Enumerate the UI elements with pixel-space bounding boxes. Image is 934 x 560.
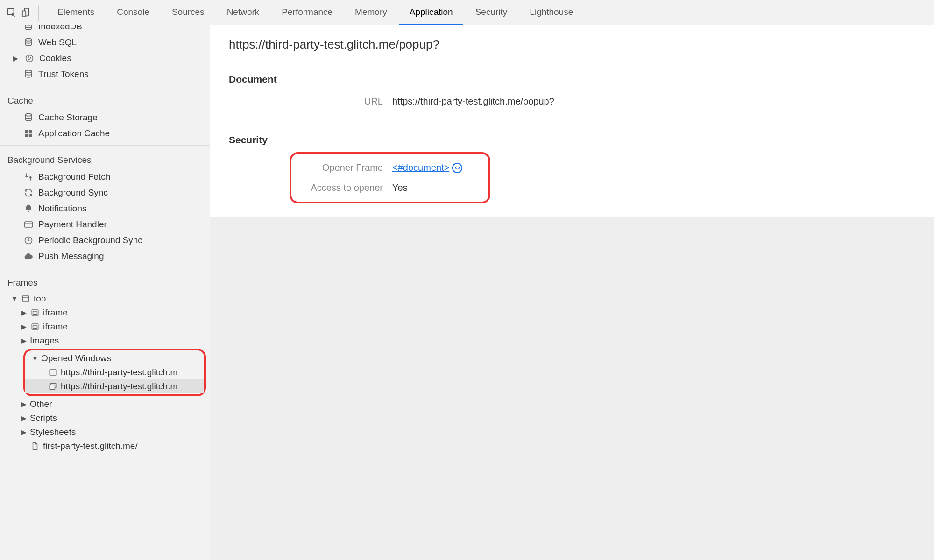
tree-row-stylesheets[interactable]: ▶ Stylesheets [9,425,210,439]
tree-label: Scripts [30,413,57,423]
section-frames: Frames [0,272,210,292]
tree-row-other[interactable]: ▶ Other [9,397,210,411]
tree-label: https://third-party-test.glitch.m [61,367,177,378]
tree-label: Opened Windows [41,353,111,364]
sidebar-item-push-messaging[interactable]: Push Messaging [0,248,210,264]
expand-arrow-icon: ▶ [21,309,27,316]
file-icon [30,441,40,451]
svg-point-7 [30,57,31,58]
tree-row-file[interactable]: first-party-test.glitch.me/ [9,439,210,453]
tree-label: Other [30,399,52,409]
frames-tree: ▼ top ▶ iframe ▶ iframe ▶ Images ▼ [0,292,210,453]
sidebar-item-label: Background Fetch [38,172,110,182]
tree-label: Stylesheets [30,427,76,437]
tree-label: first-party-test.glitch.me/ [43,441,138,451]
tab-icons [7,5,39,21]
kv-key-opener-frame: Opener Frame [294,162,383,173]
window-icon [21,294,31,304]
tree-row-window[interactable]: https://third-party-test.glitch.m [25,365,204,379]
sidebar-item-label: Trust Tokens [38,69,89,79]
tree-row-top[interactable]: ▼ top [9,292,210,306]
clock-icon [23,235,34,245]
tree-row-images[interactable]: ▶ Images [9,334,210,348]
inspect-icon[interactable] [7,7,17,18]
credit-card-icon [23,219,34,230]
sidebar-item-cookies[interactable]: ▶ Cookies [0,50,210,66]
database-icon [23,25,34,32]
sidebar-item-notifications[interactable]: Notifications [0,201,210,217]
database-icon [23,69,34,79]
svg-rect-2 [22,11,26,17]
sidebar-item-label: Push Messaging [38,251,104,261]
expand-arrow-icon: ▶ [21,400,27,408]
sidebar-item-label: Cookies [39,53,71,63]
svg-point-9 [25,70,31,73]
sidebar-item-label: Periodic Background Sync [38,235,142,245]
iframe-icon [30,308,40,318]
sidebar-item-label: Notifications [38,203,87,214]
svg-point-4 [25,39,31,41]
sidebar-item-bg-sync[interactable]: Background Sync [0,185,210,201]
sidebar-item-indexeddb[interactable]: IndexedDB [0,25,210,35]
main-panel: https://third-party-test.glitch.me/popup… [210,25,934,560]
tab-application[interactable]: Application [399,0,463,25]
tree-label: https://third-party-test.glitch.m [61,381,177,392]
sidebar-item-websql[interactable]: Web SQL [0,35,210,50]
window-icon [48,367,58,378]
svg-rect-21 [33,325,37,329]
sidebar-item-cache-storage[interactable]: Cache Storage [0,110,210,126]
sidebar-item-label: Background Sync [38,188,108,198]
svg-rect-12 [29,130,32,133]
fetch-icon [23,172,34,182]
expand-arrow-icon: ▶ [13,55,20,62]
sidebar-item-trust-tokens[interactable]: Trust Tokens [0,66,210,82]
windows-icon [48,381,58,392]
grid-icon [23,128,34,139]
expand-arrow-icon: ▶ [21,337,27,344]
sidebar-item-bg-fetch[interactable]: Background Fetch [0,169,210,185]
tab-network[interactable]: Network [217,0,270,25]
expand-arrow-icon: ▼ [32,355,38,362]
tree-row-window[interactable]: https://third-party-test.glitch.m [25,379,204,393]
sidebar-item-label: Application Cache [38,128,110,139]
reveal-icon[interactable] [452,163,462,173]
tree-row-iframe[interactable]: ▶ iframe [9,320,210,334]
tab-security[interactable]: Security [465,0,518,25]
expand-arrow-icon: ▼ [11,295,18,302]
tree-row-iframe[interactable]: ▶ iframe [9,306,210,320]
tab-performance[interactable]: Performance [271,0,343,25]
svg-rect-11 [25,130,28,133]
tree-row-scripts[interactable]: ▶ Scripts [9,411,210,425]
svg-rect-15 [25,222,33,227]
kv-val-url: https://third-party-test.glitch.me/popup… [392,96,554,107]
svg-rect-24 [50,385,55,390]
tab-lighthouse[interactable]: Lighthouse [519,0,583,25]
tree-row-opened-windows[interactable]: ▼ Opened Windows [25,351,204,365]
tab-memory[interactable]: Memory [345,0,397,25]
svg-point-8 [28,59,29,60]
sidebar-item-periodic-sync[interactable]: Periodic Background Sync [0,232,210,248]
page-title: https://third-party-test.glitch.me/popup… [210,25,934,64]
card-heading: Security [229,134,915,146]
card-document: Document URL https://third-party-test.gl… [210,64,934,125]
sidebar-item-label: Payment Handler [38,219,107,230]
card-security: Security Opener Frame <#document> Access… [210,125,934,217]
sidebar-item-payment-handler[interactable]: Payment Handler [0,217,210,232]
sidebar-item-application-cache[interactable]: Application Cache [0,126,210,141]
application-sidebar: IndexedDB Web SQL ▶ Cookies Trust Tokens… [0,25,210,560]
svg-point-5 [26,55,33,62]
svg-rect-19 [33,311,37,315]
kv-key-access: Access to opener [294,182,383,193]
tab-console[interactable]: Console [106,0,160,25]
sync-icon [23,188,34,198]
tab-elements[interactable]: Elements [47,0,105,25]
highlight-security: Opener Frame <#document> Access to opene… [290,152,490,203]
kv-key-url: URL [294,96,383,107]
svg-rect-17 [22,296,29,301]
sidebar-item-label: IndexedDB [38,25,82,32]
opener-frame-link[interactable]: <#document> [392,162,449,173]
devtools-tabbar: Elements Console Sources Network Perform… [0,0,934,25]
tab-sources[interactable]: Sources [162,0,215,25]
cloud-icon [23,251,34,261]
device-toggle-icon[interactable] [21,7,32,18]
